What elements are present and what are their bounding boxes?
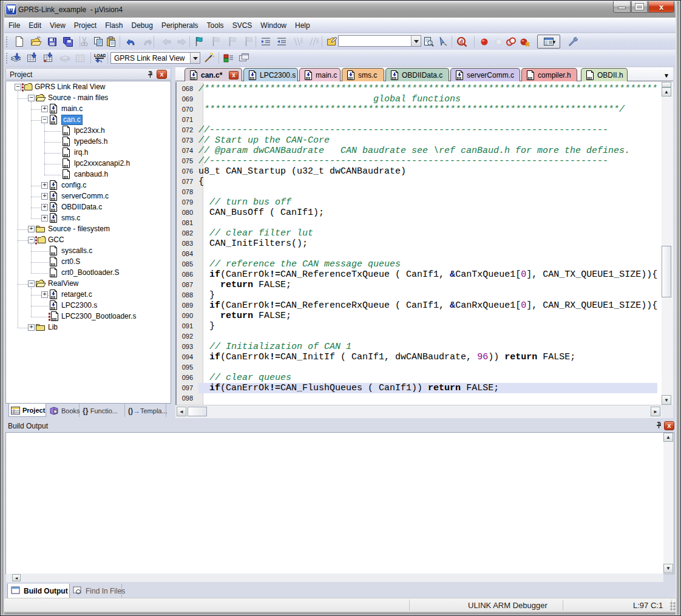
svg-text:µ: µ [10,6,13,13]
svg-text:LOAD: LOAD [94,53,106,58]
svg-text:?: ? [55,410,57,414]
svg-text:d: d [459,38,463,45]
